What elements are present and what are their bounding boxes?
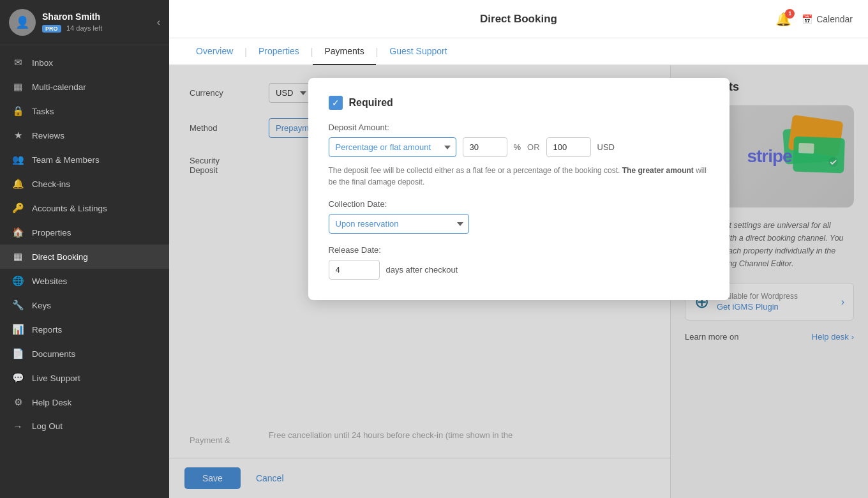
sidebar-item-accounts[interactable]: 🔑 Accounts & Listings xyxy=(0,196,169,220)
sidebar-item-label: Reports xyxy=(32,325,62,335)
deposit-flat-input[interactable] xyxy=(546,137,591,157)
reports-icon: 📊 xyxy=(11,324,24,335)
team-icon: 👥 xyxy=(11,154,24,165)
accounts-icon: 🔑 xyxy=(11,202,24,214)
deposit-amount-row: Percentage or flat amount Percentage Fla… xyxy=(329,137,709,157)
inbox-icon: ✉ xyxy=(11,57,24,68)
release-days-input[interactable] xyxy=(329,260,380,280)
page-title: Direct Booking xyxy=(480,13,557,26)
notification-badge: 1 xyxy=(785,9,795,19)
release-section: Release Date: days after checkout xyxy=(329,245,709,280)
keys-icon: 🔧 xyxy=(11,299,24,311)
deposit-description: The deposit fee will be collectd either … xyxy=(329,165,709,188)
required-label: Required xyxy=(349,97,393,109)
collection-date-select[interactable]: Upon reservation 7 days before check-in … xyxy=(329,214,469,234)
calendar-icon: ▦ xyxy=(11,81,24,93)
sidebar-item-team[interactable]: 👥 Team & Members xyxy=(0,147,169,172)
release-row: days after checkout xyxy=(329,260,709,280)
direct-booking-icon: ▦ xyxy=(11,251,24,262)
sidebar: 👤 Sharon Smith PRO 14 days left ‹ ✉ Inbo… xyxy=(0,0,169,498)
sidebar-item-label: Team & Members xyxy=(32,155,100,165)
deposit-card: ✓ Required Deposit Amount: Percentage or… xyxy=(308,78,730,300)
release-date-label: Release Date: xyxy=(329,245,709,255)
sidebar-item-label: Properties xyxy=(32,228,71,238)
checkins-icon: 🔔 xyxy=(11,178,24,190)
sidebar-item-label: Accounts & Listings xyxy=(32,204,107,213)
days-after-checkout-label: days after checkout xyxy=(386,265,458,275)
main-content: Direct Booking 🔔 1 📅 Calendar Overview |… xyxy=(169,0,868,498)
deposit-amount-label: Deposit Amount: xyxy=(329,123,709,132)
or-label: OR xyxy=(527,142,540,152)
tab-overview[interactable]: Overview xyxy=(184,38,244,65)
sidebar-item-label: Tasks xyxy=(32,107,54,116)
sidebar-item-label: Live Support xyxy=(32,374,80,383)
sidebar-item-keys[interactable]: 🔧 Keys xyxy=(0,293,169,317)
calendar-label: Calendar xyxy=(816,14,853,24)
reviews-icon: ★ xyxy=(11,130,24,141)
collapse-sidebar-button[interactable]: ‹ xyxy=(157,17,160,28)
sidebar-item-label: Help Desk xyxy=(32,398,71,407)
documents-icon: 📄 xyxy=(11,348,24,359)
tab-properties[interactable]: Properties xyxy=(247,38,311,65)
logout-icon: → xyxy=(11,421,24,432)
deposit-body: Deposit Amount: Percentage or flat amoun… xyxy=(329,123,709,280)
sidebar-item-live-support[interactable]: 💬 Live Support xyxy=(0,366,169,390)
sidebar-item-multi-calendar[interactable]: ▦ Multi-calendar xyxy=(0,75,169,99)
deposit-type-select[interactable]: Percentage or flat amount Percentage Fla… xyxy=(329,137,456,157)
deposit-header: ✓ Required xyxy=(329,96,709,110)
notifications-button[interactable]: 🔔 1 xyxy=(775,11,791,27)
sidebar-item-reports[interactable]: 📊 Reports xyxy=(0,317,169,342)
tab-guest-support[interactable]: Guest Support xyxy=(378,38,458,65)
sidebar-item-reviews[interactable]: ★ Reviews xyxy=(0,123,169,147)
required-checkbox[interactable]: ✓ xyxy=(329,96,343,110)
topbar: Direct Booking 🔔 1 📅 Calendar xyxy=(169,0,868,38)
security-deposit-overlay: ✓ Required Deposit Amount: Percentage or… xyxy=(169,65,868,498)
calendar-button[interactable]: 📅 Calendar xyxy=(802,14,853,24)
sidebar-item-label: Documents xyxy=(32,349,75,359)
sidebar-item-label: Multi-calendar xyxy=(32,82,86,92)
sidebar-item-inbox[interactable]: ✉ Inbox xyxy=(0,50,169,75)
help-desk-icon: ⚙ xyxy=(11,396,24,408)
live-support-icon: 💬 xyxy=(11,372,24,384)
sidebar-item-tasks[interactable]: 🔒 Tasks xyxy=(0,99,169,123)
sidebar-item-direct-booking[interactable]: ▦ Direct Booking xyxy=(0,245,169,269)
pro-badge: PRO xyxy=(42,25,61,33)
user-info: Sharon Smith PRO 14 days left xyxy=(42,11,151,33)
sidebar-header: 👤 Sharon Smith PRO 14 days left ‹ xyxy=(0,0,169,45)
sidebar-item-logout[interactable]: → Log Out xyxy=(0,414,169,438)
collection-section: Collection Date: Upon reservation 7 days… xyxy=(329,199,709,234)
pct-symbol: % xyxy=(514,142,521,152)
tabs-bar: Overview | Properties | Payments | Guest… xyxy=(169,38,868,65)
sidebar-item-properties[interactable]: 🏠 Properties xyxy=(0,220,169,245)
sidebar-item-label: Inbox xyxy=(32,58,53,68)
websites-icon: 🌐 xyxy=(11,275,24,287)
sidebar-item-label: Websites xyxy=(32,276,67,286)
sidebar-item-label: Keys xyxy=(32,301,51,310)
tab-payments[interactable]: Payments xyxy=(313,38,375,65)
collection-date-label: Collection Date: xyxy=(329,199,709,209)
user-name: Sharon Smith xyxy=(42,11,151,22)
sidebar-item-label: Direct Booking xyxy=(32,252,88,262)
sidebar-item-help-desk[interactable]: ⚙ Help Desk xyxy=(0,390,169,414)
calendar-icon: 📅 xyxy=(802,14,812,24)
deposit-currency-label: USD xyxy=(597,142,615,152)
sidebar-nav: ✉ Inbox ▦ Multi-calendar 🔒 Tasks ★ Revie… xyxy=(0,45,169,498)
tasks-icon: 🔒 xyxy=(11,105,24,117)
deposit-pct-input[interactable] xyxy=(463,137,507,157)
properties-icon: 🏠 xyxy=(11,227,24,238)
sidebar-item-documents[interactable]: 📄 Documents xyxy=(0,342,169,366)
content-area: Currency USD EUR Method Prepayment Full … xyxy=(169,65,868,498)
avatar: 👤 xyxy=(9,9,36,36)
user-days: 14 days left xyxy=(66,24,102,32)
sidebar-item-checkins[interactable]: 🔔 Check-ins xyxy=(0,172,169,196)
sidebar-item-websites[interactable]: 🌐 Websites xyxy=(0,269,169,293)
sidebar-item-label: Reviews xyxy=(32,131,64,140)
sidebar-item-label: Check-ins xyxy=(32,179,70,189)
sidebar-item-label: Log Out xyxy=(32,421,63,431)
